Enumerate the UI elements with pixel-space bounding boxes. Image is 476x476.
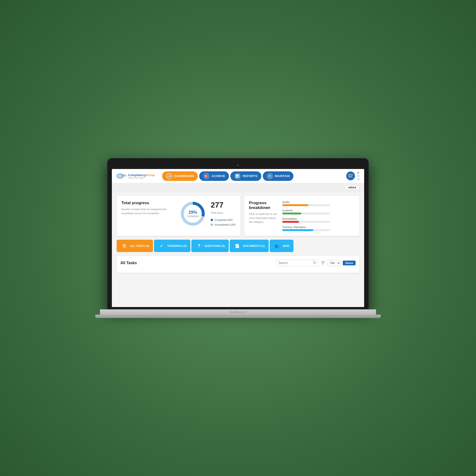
achieve-icon: 🎯 — [203, 173, 210, 179]
svg-point-5 — [313, 261, 315, 263]
search-input[interactable] — [278, 261, 312, 265]
laptop-brand-label: MacBook Air — [229, 311, 247, 313]
bar-track-remediation — [282, 221, 330, 223]
tab-label-all-tasks: ALL TASKS (6) — [130, 244, 149, 247]
filter-icon — [321, 261, 325, 265]
logo-area: Compliancy Group HIPAA Done Right.™ — [117, 172, 155, 180]
completed-label: Completed (82) — [214, 219, 233, 221]
task-tabs: ☰ ALL TASKS (6) ✓ TRAININGS (5) ? QUESTI… — [117, 240, 359, 252]
breakdown-text: Progress breakdown Click on each bar to … — [249, 201, 277, 231]
bar-track-training — [282, 229, 330, 231]
reports-icon: 📊 — [234, 173, 241, 179]
filter-area: Site Status — [321, 260, 356, 266]
bar-fill-audits — [282, 204, 308, 206]
app-wrapper: Compliancy Group HIPAA Done Right.™ 🏠 DA… — [112, 169, 364, 307]
total-tasks-num: 277 — [211, 201, 236, 209]
bar-incidents[interactable]: Incidents — [282, 209, 355, 214]
all-tasks-title: All Tasks — [120, 261, 137, 265]
bar-fill-remediation — [282, 221, 299, 223]
laptop-bottom — [95, 315, 381, 318]
user-org: A — [358, 178, 359, 181]
bar-label-training: Training / Attestation — [282, 226, 355, 228]
search-bar[interactable] — [276, 260, 318, 266]
progress-description: Number of tasks that are assigned and co… — [121, 207, 175, 215]
subheader: HIPAA — [112, 183, 364, 192]
tab-label-misc: MISC — [283, 244, 290, 247]
bar-training[interactable]: Training / Attestation — [282, 226, 355, 231]
tab-all-tasks[interactable]: ☰ ALL TASKS (6) — [117, 240, 153, 252]
tab-trainings[interactable]: ✓ TRAININGS (5) — [154, 240, 190, 252]
nav-items: 🏠 DASHBOARD 🎯 ACHIEVE 📊 REPORTS ⚙️ — [162, 171, 346, 181]
nav-item-reports[interactable]: 📊 REPORTS — [230, 171, 261, 181]
tab-questions[interactable]: ? QUESTIONS (0) — [191, 240, 229, 252]
total-progress-card: Total progress Number of tasks that are … — [117, 196, 240, 236]
logo-text: Compliancy Group HIPAA Done Right.™ — [128, 173, 155, 179]
trainings-icon: ✓ — [158, 242, 165, 250]
bar-remediation[interactable]: Remediation — [282, 217, 355, 223]
svg-line-6 — [315, 263, 316, 264]
user-info: L D A — [358, 171, 359, 181]
hipaa-filter-badge[interactable]: HIPAA — [345, 185, 359, 190]
nav-item-maintain[interactable]: ⚙️ MAINTAIN — [263, 171, 294, 181]
user-name: L — [358, 171, 359, 174]
main-content: Total progress Number of tasks that are … — [112, 192, 364, 307]
total-tasks-label: Total tasks — [211, 211, 236, 214]
breakdown-desc: Click on each bar to see more informatio… — [249, 212, 277, 224]
logo-compliancy: Compliancy — [128, 173, 146, 177]
dashboard-icon: 🏠 — [166, 173, 172, 179]
donut-chart: 29% Completed — [180, 201, 206, 227]
nav-label-reports: REPORTS — [243, 174, 257, 178]
laptop-screen: Compliancy Group HIPAA Done Right.™ 🏠 DA… — [112, 169, 364, 307]
nav-label-achieve: ACHIEVE — [212, 174, 225, 178]
breakdown-title: Progress breakdown — [249, 201, 277, 210]
donut-label: Completed — [187, 215, 199, 218]
progress-text-area: Total progress Number of tasks that are … — [121, 201, 175, 215]
nav-item-dashboard[interactable]: 🏠 DASHBOARD — [162, 171, 198, 181]
bar-fill-incidents — [282, 213, 301, 214]
laptop-mockup: Compliancy Group HIPAA Done Right.™ 🏠 DA… — [95, 158, 381, 318]
search-icon — [313, 261, 316, 265]
questions-icon: ? — [195, 242, 203, 250]
incompleted-dot — [211, 223, 213, 226]
donut-percent: 29% — [188, 210, 197, 215]
legend-incompleted: Incompleted (195) — [211, 223, 236, 226]
user-role: D — [358, 174, 359, 178]
legend-completed: Completed (82) — [211, 219, 236, 221]
donut-center: 29% Completed — [187, 210, 199, 218]
bar-label-audits: Audits — [282, 201, 355, 204]
laptop-base: MacBook Air — [100, 309, 376, 315]
documents-icon: 📄 — [234, 242, 241, 250]
incompleted-label: Incompleted (195) — [214, 223, 236, 226]
nav-label-dashboard: DASHBOARD — [174, 174, 194, 178]
cards-row: Total progress Number of tasks that are … — [117, 196, 359, 236]
tab-label-questions: QUESTIONS (0) — [205, 244, 225, 247]
all-tasks-icon: ☰ — [120, 242, 128, 250]
tasks-stats: 277 Total tasks Completed (82) Incomplet… — [211, 201, 236, 226]
logo-icon — [117, 172, 127, 180]
status-badge[interactable]: Status — [343, 261, 356, 265]
camera-dot — [237, 165, 239, 166]
all-tasks-header: All Tasks — [120, 260, 356, 266]
tab-misc[interactable]: 👥 MISC — [270, 240, 294, 252]
maintain-icon: ⚙️ — [267, 173, 273, 179]
badge-text: HIPAASEAL — [348, 174, 353, 178]
bar-label-incidents: Incidents — [282, 209, 355, 212]
tasks-controls: Site Status — [276, 260, 356, 266]
nav-label-maintain: MAINTAIN — [275, 174, 290, 178]
bar-label-remediation: Remediation — [282, 217, 355, 220]
completed-dot — [211, 219, 213, 221]
hipaa-badge-circle: HIPAASEAL — [346, 171, 355, 181]
logo-group: Group — [146, 173, 155, 177]
tab-documents[interactable]: 📄 DOCUMENTS (1) — [230, 240, 269, 252]
tab-label-trainings: TRAININGS (5) — [167, 244, 187, 247]
bar-audits[interactable]: Audits — [282, 201, 355, 206]
bar-track-incidents — [282, 213, 330, 214]
site-filter-select[interactable]: Site — [327, 260, 341, 266]
camera-bar — [112, 163, 364, 168]
progress-title: Total progress — [121, 201, 175, 205]
breakdown-bars: Audits Incidents — [282, 201, 355, 231]
all-tasks-section: All Tasks — [117, 256, 359, 273]
svg-marker-7 — [322, 262, 325, 264]
tab-label-documents: DOCUMENTS (1) — [243, 244, 265, 247]
nav-item-achieve[interactable]: 🎯 ACHIEVE — [199, 171, 229, 181]
